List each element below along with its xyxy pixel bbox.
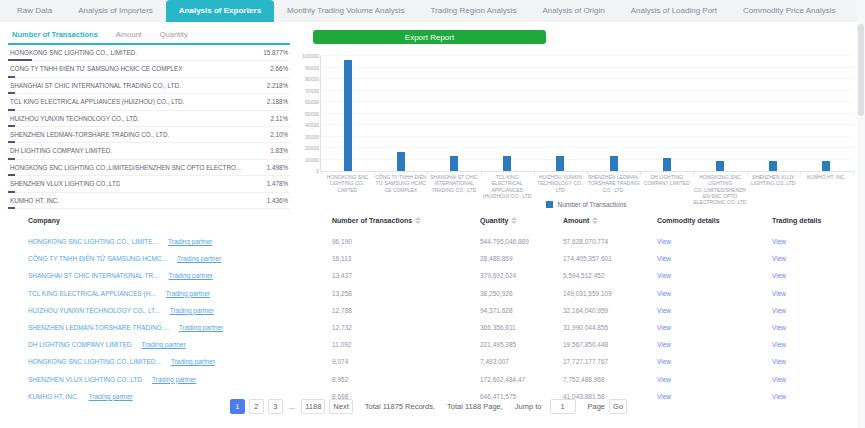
scrollbar-thumb[interactable] (858, 24, 864, 116)
trade-analysis-dashboard: Raw DataAnalysis of ImportersAnalysis of… (0, 0, 865, 428)
table-row: HONGKONG SNC LIGHTING CO., LIMITE...Trad… (8, 233, 857, 250)
sort-asc-caret[interactable] (592, 217, 598, 220)
company-cell: CÔNG TY TNHH ĐIỆN TỬ SAMSUNG HCMC...Trad… (28, 255, 332, 262)
sort-icon[interactable] (415, 217, 421, 224)
legend-color-swatch (546, 201, 553, 208)
commodity-view-link[interactable]: View (657, 376, 671, 383)
trading-details-cell: View (772, 255, 857, 262)
sort-desc-caret[interactable] (415, 221, 421, 224)
scrollbar-track[interactable] (857, 0, 865, 428)
company-link[interactable]: HONGKONG SNC LIGHTING CO.,LIMITED... (28, 358, 161, 365)
quantity-cell: 366,356,611 (480, 324, 563, 331)
commodity-details-cell: View (657, 307, 772, 314)
table-body: HONGKONG SNC LIGHTING CO., LIMITE...Trad… (8, 233, 857, 405)
go-button[interactable]: Go (609, 399, 627, 414)
sort-desc-caret[interactable] (511, 221, 517, 224)
total-pages-text: Total 1188 Page, (447, 402, 503, 411)
trading-partner-link[interactable]: Trading partner (152, 376, 196, 383)
company-link[interactable]: SHANGHAI ST CHIC INTERNATIONAL TR... (28, 272, 159, 279)
trading-view-link[interactable]: View (772, 341, 786, 348)
sort-asc-caret[interactable] (415, 217, 421, 220)
tab-analysis-of-exporters[interactable]: Analysis of Exporters (166, 0, 274, 22)
sort-asc-caret[interactable] (511, 217, 517, 220)
ranking-tab-amount[interactable]: Amount (116, 30, 142, 39)
company-link[interactable]: CÔNG TY TNHH ĐIỆN TỬ SAMSUNG HCMC... (28, 255, 167, 262)
chart-legend[interactable]: Number of Transactions (320, 201, 853, 208)
transactions-bar-chart: 0100002000030000400005000060000700008000… (300, 48, 857, 210)
page-button-1[interactable]: 1 (230, 399, 245, 414)
trading-partner-link[interactable]: Trading partner (170, 307, 214, 314)
company-link[interactable]: SHENZHEN LEDMAN-TORSHARE TRADING ... (28, 324, 169, 331)
commodity-view-link[interactable]: View (657, 324, 671, 331)
page-button-1188[interactable]: 1188 (301, 399, 325, 414)
trading-view-link[interactable]: View (772, 255, 786, 262)
chart-gridline (321, 124, 853, 125)
table-row: SHENZHEN VLUX LIGHTING CO.,LTDTrading pa… (8, 371, 857, 388)
tab-analysis-of-loading-port[interactable]: Analysis of Loading Port (618, 0, 730, 22)
company-cell: DH LIGHTING COMPANY LIMITEDTrading partn… (28, 341, 332, 348)
trading-view-link[interactable]: View (772, 272, 786, 279)
tab-trading-region-analysis[interactable]: Trading Region Analysis (417, 0, 529, 22)
chart-gridline (321, 90, 853, 91)
ranking-tab-quantity[interactable]: Quantity (160, 30, 188, 39)
chart-bar (716, 161, 724, 171)
table-row: CÔNG TY TNHH ĐIỆN TỬ SAMSUNG HCMC...Trad… (8, 250, 857, 267)
page-button-3[interactable]: 3 (268, 399, 283, 414)
sort-icon[interactable] (592, 217, 598, 224)
trading-partner-link[interactable]: Trading partner (166, 290, 210, 297)
sort-desc-caret[interactable] (592, 221, 598, 224)
chart-bar (344, 60, 352, 171)
y-axis-tick-label: 70000 (300, 88, 319, 94)
trading-view-link[interactable]: View (772, 290, 786, 297)
trading-view-link[interactable]: View (772, 307, 786, 314)
trading-details-cell: View (772, 376, 857, 383)
sort-icon[interactable] (511, 217, 517, 224)
commodity-view-link[interactable]: View (657, 238, 671, 245)
column-header-quantity: Quantity (480, 217, 563, 224)
y-axis-tick-label: 10000 (300, 157, 319, 163)
transactions-cell: 13,437 (332, 272, 480, 279)
export-report-button[interactable]: Export Report (313, 30, 546, 44)
legend-label: Number of Transactions (557, 201, 626, 208)
page-button-2[interactable]: 2 (249, 399, 264, 414)
tab-monthly-trading-volume-analysis[interactable]: Monthly Trading Volume Analysis (274, 0, 417, 22)
ranking-percentage: 2.66% (270, 65, 288, 72)
company-cell: HONGKONG SNC LIGHTING CO.,LIMITED...Trad… (28, 358, 332, 365)
trading-partner-link[interactable]: Trading partner (168, 238, 212, 245)
company-link[interactable]: HONGKONG SNC LIGHTING CO., LIMITE... (28, 238, 158, 245)
tab-analysis-of-origin[interactable]: Analysis of Origin (529, 0, 617, 22)
tab-raw-data[interactable]: Raw Data (4, 0, 65, 22)
trading-partner-link[interactable]: Trading partner (141, 341, 185, 348)
jump-to-page-input[interactable] (550, 399, 576, 414)
company-link[interactable]: DH LIGHTING COMPANY LIMITED (28, 341, 131, 348)
ranking-tab-number-of-transactions[interactable]: Number of Transactions (12, 30, 98, 39)
quantity-cell: 38,250,926 (480, 290, 563, 297)
trading-view-link[interactable]: View (772, 324, 786, 331)
commodity-view-link[interactable]: View (657, 307, 671, 314)
trading-partner-link[interactable]: Trading partner (179, 324, 223, 331)
chart-bar (503, 156, 511, 171)
table-row: SHANGHAI ST CHIC INTERNATIONAL TR...Trad… (8, 267, 857, 284)
trading-view-link[interactable]: View (772, 376, 786, 383)
pagination-ellipsis[interactable]: ... (287, 402, 297, 411)
next-page-button[interactable]: Next (329, 399, 352, 414)
quantity-cell: 7,493,007 (480, 358, 563, 365)
commodity-view-link[interactable]: View (657, 255, 671, 262)
commodity-view-link[interactable]: View (657, 358, 671, 365)
tab-analysis-of-importers[interactable]: Analysis of Importers (65, 0, 166, 22)
x-axis-tick (853, 171, 854, 175)
ranking-percentage: 2.188% (267, 98, 288, 105)
total-records-text: Total 11875 Records, (365, 402, 435, 411)
commodity-view-link[interactable]: View (657, 341, 671, 348)
company-link[interactable]: HUIZHOU YUNXIN TECHNOLOGY CO., LT... (28, 307, 160, 314)
trading-partner-link[interactable]: Trading partner (169, 272, 213, 279)
trading-view-link[interactable]: View (772, 358, 786, 365)
company-link[interactable]: SHENZHEN VLUX LIGHTING CO.,LTD (28, 376, 142, 383)
company-link[interactable]: TCL KING ELECTRICAL APPLIANCES (H... (28, 290, 156, 297)
commodity-view-link[interactable]: View (657, 290, 671, 297)
tab-commodity-price-analysis[interactable]: Commodity Price Analysis (730, 0, 848, 22)
trading-partner-link[interactable]: Trading partner (171, 358, 215, 365)
trading-partner-link[interactable]: Trading partner (177, 255, 221, 262)
trading-view-link[interactable]: View (772, 238, 786, 245)
commodity-view-link[interactable]: View (657, 272, 671, 279)
